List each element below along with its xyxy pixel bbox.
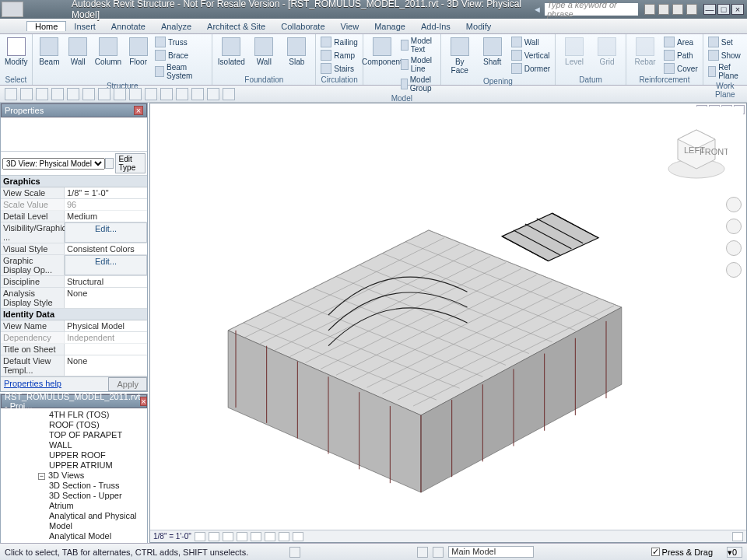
hide-isolate-icon[interactable]: [279, 532, 289, 541]
opening-wall-button[interactable]: Wall: [510, 36, 552, 48]
apply-button[interactable]: Apply: [108, 377, 147, 391]
railing-button[interactable]: Railing: [319, 36, 359, 48]
isolated-button[interactable]: Isolated: [216, 36, 247, 68]
ads-value[interactable]: None: [65, 288, 147, 308]
tree-node[interactable]: Analytical and Physical Model: [4, 511, 146, 531]
tab-view[interactable]: View: [333, 22, 367, 31]
workset-icon[interactable]: [289, 547, 300, 558]
shadows-icon[interactable]: [237, 532, 247, 541]
maximize-button[interactable]: □: [717, 4, 730, 15]
close-button[interactable]: ×: [731, 4, 744, 15]
vg-edit-button[interactable]: Edit...: [65, 222, 147, 243]
gdo-edit-button[interactable]: Edit...: [65, 255, 147, 275]
tab-analyze[interactable]: Analyze: [153, 22, 199, 31]
qat-dimension-icon[interactable]: [129, 88, 142, 100]
beamsystem-button[interactable]: Beam System: [153, 62, 209, 81]
qat-text-icon[interactable]: [114, 88, 126, 100]
qat-align-icon[interactable]: [98, 88, 110, 100]
edit-type-button[interactable]: Edit Type: [115, 153, 146, 173]
reveal-icon[interactable]: [293, 532, 303, 541]
properties-help-link[interactable]: Properties help: [1, 377, 108, 391]
active-workset-icon[interactable]: [433, 547, 444, 558]
tree-node[interactable]: UPPER ATRIUM: [4, 460, 146, 471]
3d-viewport[interactable]: — □ ▢ ×: [149, 103, 747, 543]
press-drag-toggle[interactable]: ✓ Press & Drag: [651, 548, 713, 557]
minimize-button[interactable]: —: [703, 4, 716, 15]
browser-tree[interactable]: 4TH FLR (TOS)ROOF (TOS)TOP OF PARAPET WA…: [1, 408, 147, 560]
qat-3d-icon[interactable]: [191, 88, 204, 100]
title-on-sheet-value[interactable]: [65, 344, 147, 355]
view-scale-value[interactable]: 1/8" = 1'-0": [65, 187, 147, 198]
qat-tag-icon[interactable]: [145, 88, 157, 100]
detail-level-icon[interactable]: [195, 532, 205, 541]
cover-button[interactable]: Cover: [662, 62, 700, 75]
infocenter-arrow[interactable]: ◄: [533, 5, 542, 14]
shaft-button[interactable]: Shaft: [477, 36, 508, 68]
view-name-value[interactable]: Physical Model: [65, 320, 147, 331]
truss-button[interactable]: Truss: [153, 36, 209, 48]
dormer-button[interactable]: Dormer: [510, 62, 552, 75]
rebar-button[interactable]: Rebar: [630, 36, 661, 68]
component-button[interactable]: Component: [366, 36, 398, 68]
properties-header[interactable]: Properties×: [1, 103, 147, 117]
refplane-button[interactable]: Ref Plane: [707, 62, 744, 81]
stairs-button[interactable]: Stairs: [319, 62, 359, 75]
qat-save-icon[interactable]: [20, 88, 33, 100]
qat-sync-icon[interactable]: [36, 88, 48, 100]
crop-icon[interactable]: [251, 532, 261, 541]
byface-button[interactable]: By Face: [444, 36, 475, 76]
orbit-icon[interactable]: [726, 262, 742, 278]
visual-style-icon[interactable]: [209, 532, 219, 541]
zoom-icon[interactable]: [726, 240, 742, 256]
favorite-icon[interactable]: [672, 4, 683, 15]
modeltext-button[interactable]: Model Text: [399, 36, 437, 54]
editable-only-icon[interactable]: [417, 547, 428, 558]
level-button[interactable]: Level: [559, 36, 590, 68]
qat-open-icon[interactable]: [5, 88, 17, 100]
tree-node[interactable]: Analytical Model: [4, 531, 146, 541]
tree-node[interactable]: 3D Section - Upper Atrium: [4, 491, 146, 511]
modelgroup-button[interactable]: Model Group: [399, 75, 437, 93]
modify-button[interactable]: Modify: [3, 36, 29, 68]
scroll-right-icon[interactable]: [732, 532, 743, 541]
pan-icon[interactable]: [726, 219, 742, 234]
tree-node[interactable]: ROOF (TOS): [4, 420, 146, 430]
foundation-wall-button[interactable]: Wall: [248, 36, 279, 68]
tab-manage[interactable]: Manage: [366, 22, 413, 31]
show-button[interactable]: Show: [707, 49, 744, 61]
floor-button[interactable]: Floor: [124, 36, 152, 68]
vertical-button[interactable]: Vertical: [510, 49, 552, 61]
tree-node[interactable]: −3D Views: [4, 471, 146, 481]
brace-button[interactable]: Brace: [153, 49, 209, 61]
tab-annotate[interactable]: Annotate: [103, 22, 153, 31]
beam-button[interactable]: Beam: [36, 36, 63, 68]
tree-node[interactable]: 3D Section - Truss: [4, 481, 146, 491]
discipline-value[interactable]: Structural: [65, 276, 147, 287]
browser-header[interactable]: RST_ROMULUS_MODEL_2011.rvt - Proj...×: [1, 394, 147, 408]
steering-wheel-icon[interactable]: [726, 197, 742, 212]
filter-icon[interactable]: ▾0: [727, 547, 742, 558]
tab-insert[interactable]: Insert: [66, 22, 103, 31]
modelline-button[interactable]: Model Line: [399, 55, 437, 74]
close-icon[interactable]: ×: [134, 106, 143, 115]
slab-button[interactable]: Slab: [281, 36, 312, 68]
expand-icon[interactable]: −: [38, 473, 45, 480]
qat-undo-icon[interactable]: [51, 88, 64, 100]
qat-measure-icon[interactable]: [82, 88, 95, 100]
grid-button[interactable]: Grid: [591, 36, 622, 68]
graphics-header[interactable]: Graphics: [1, 176, 147, 187]
qat-switch-icon[interactable]: [207, 88, 219, 100]
view-cube[interactable]: LEFT FRONT: [665, 122, 728, 184]
path-button[interactable]: Path: [662, 49, 700, 61]
ramp-button[interactable]: Ramp: [319, 49, 359, 61]
area-button[interactable]: Area: [662, 36, 700, 48]
qat-thin-icon[interactable]: [176, 88, 188, 100]
exchange-icon[interactable]: [658, 4, 669, 15]
default-view-template-value[interactable]: None: [65, 355, 147, 376]
qat-section-icon[interactable]: [160, 88, 173, 100]
tree-node[interactable]: TOP OF PARAPET WALL: [4, 430, 146, 450]
search-input[interactable]: Type a keyword or phrase: [545, 3, 638, 16]
type-selector[interactable]: 3D View: Physical Model: [2, 158, 105, 170]
tab-collaborate[interactable]: Collaborate: [273, 22, 332, 31]
filter-icon[interactable]: [105, 158, 114, 169]
